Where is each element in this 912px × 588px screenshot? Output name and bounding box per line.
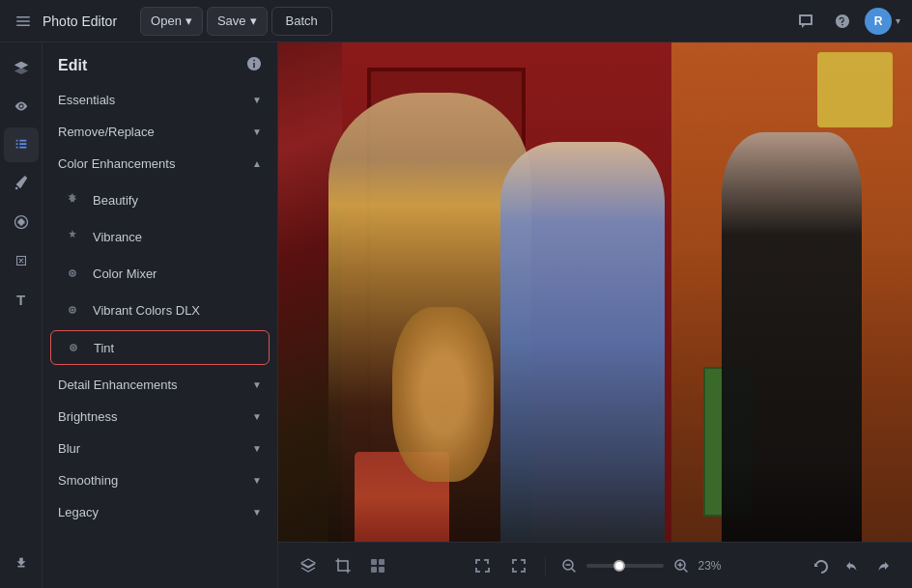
svg-point-5 [71,272,74,275]
bottom-toolbar: 23% [278,542,912,588]
vibrance-label: Vibrance [93,230,142,244]
app-title-group: Photo Editor [43,14,117,29]
vibrance-icon [62,226,83,247]
tint-icon [63,337,84,358]
canvas-viewport[interactable] [278,42,912,542]
section-detail-enhancements[interactable]: Detail Enhancements [43,369,277,401]
rail-heal-btn[interactable] [4,205,39,239]
sub-item-tint[interactable]: Tint [50,330,270,365]
toolbar-divider [545,556,546,575]
tint-label: Tint [94,341,114,355]
section-remove-replace-label: Remove/Replace [58,125,155,139]
zoom-in-button[interactable] [670,554,693,577]
open-chevron: ▾ [185,14,192,28]
vibrant-colors-dlx-icon [62,299,83,321]
svg-point-7 [71,309,74,312]
bottom-toolbar-left [294,551,392,580]
sub-item-beautify[interactable]: Beautify [43,182,277,218]
panel-header: Edit [43,42,277,84]
main-area: T Edit Essentials Remove/Replace [0,42,912,588]
rotate-back-button[interactable] [808,552,835,579]
section-blur-label: Blur [58,441,80,456]
color-enhancements-sub-items: Beautify Vibrance Col [43,180,277,369]
bottom-toolbar-center: 23% [400,551,800,580]
topbar: Photo Editor Open ▾ Save ▾ Batch R [0,0,912,42]
rail-layers-btn[interactable] [4,50,39,85]
batch-button[interactable]: Batch [271,7,332,36]
zoom-slider[interactable] [586,564,664,568]
section-detail-enhancements-label: Detail Enhancements [58,378,178,392]
sub-item-vibrant-colors-dlx[interactable]: Vibrant Colors DLX [43,292,277,328]
beautify-icon [62,189,83,210]
save-button[interactable]: Save ▾ [207,7,268,36]
detail-enhancements-chevron [252,379,262,390]
remove-replace-chevron [252,126,262,137]
save-label: Save [217,14,246,28]
menu-button[interactable] [12,10,35,33]
edit-panel: Edit Essentials Remove/Replace Color Enh… [43,42,278,588]
bottom-toolbar-right [808,552,897,579]
canvas-area: 23% [278,42,912,588]
section-remove-replace[interactable]: Remove/Replace [43,116,277,148]
chat-button[interactable] [791,7,820,36]
blur-chevron [252,443,262,454]
svg-rect-10 [371,559,377,565]
section-legacy-label: Legacy [58,505,99,519]
color-enhancements-chevron [252,158,262,169]
file-buttons: Open ▾ Save ▾ Batch [140,7,332,36]
zoom-controls: 23% [557,554,733,577]
beautify-label: Beautify [93,193,138,208]
zoom-percent: 23% [698,559,733,573]
open-button[interactable]: Open ▾ [140,7,203,36]
avatar-chevron: ▾ [896,15,900,26]
grid-button[interactable] [363,551,392,580]
layers-toggle-button[interactable] [294,551,323,580]
smoothing-chevron [252,475,262,486]
section-brightness[interactable]: Brightness [43,401,277,433]
app-title: Photo Editor [43,14,117,29]
rail-text-btn[interactable]: T [4,282,39,317]
section-brightness-label: Brightness [58,409,117,424]
redo-button[interactable] [869,552,897,579]
rail-adjustments-btn[interactable] [4,127,39,162]
rail-eye-btn[interactable] [4,89,39,124]
panel-title: Edit [58,57,87,74]
open-label: Open [151,14,182,28]
sub-item-color-mixer[interactable]: Color Mixer [43,255,277,292]
section-color-enhancements-label: Color Enhancements [58,156,175,171]
zoom-slider-thumb[interactable] [613,560,625,572]
crop-button[interactable] [328,551,357,580]
avatar: R [865,8,892,35]
rail-brush-btn[interactable] [4,166,39,201]
section-essentials[interactable]: Essentials [43,84,277,116]
section-smoothing[interactable]: Smoothing [43,464,277,496]
section-blur[interactable]: Blur [43,433,277,464]
svg-rect-13 [379,567,385,573]
help-button[interactable] [828,7,857,36]
svg-rect-11 [379,559,385,565]
fit-button[interactable] [504,551,533,580]
section-color-enhancements[interactable]: Color Enhancements [43,148,277,180]
save-chevron: ▾ [250,14,257,28]
vibrant-colors-dlx-label: Vibrant Colors DLX [93,303,200,318]
section-essentials-label: Essentials [58,93,115,107]
sub-item-vibrance[interactable]: Vibrance [43,218,277,255]
svg-rect-0 [16,16,30,18]
rail-erase-btn[interactable] [4,243,39,278]
svg-rect-12 [371,567,377,573]
undo-button[interactable] [839,552,866,579]
section-legacy[interactable]: Legacy [43,496,277,528]
panel-info-button[interactable] [246,56,262,74]
brightness-chevron [252,411,262,422]
svg-rect-2 [16,24,30,26]
icon-rail: T [0,42,43,588]
fullscreen-button[interactable] [468,551,497,580]
color-mixer-icon [62,263,83,284]
rail-export-btn[interactable] [4,546,39,580]
essentials-chevron [252,95,262,105]
avatar-button[interactable]: R ▾ [865,8,900,35]
section-smoothing-label: Smoothing [58,473,118,488]
zoom-out-button[interactable] [557,554,581,577]
svg-point-9 [72,347,75,350]
legacy-chevron [252,507,262,518]
